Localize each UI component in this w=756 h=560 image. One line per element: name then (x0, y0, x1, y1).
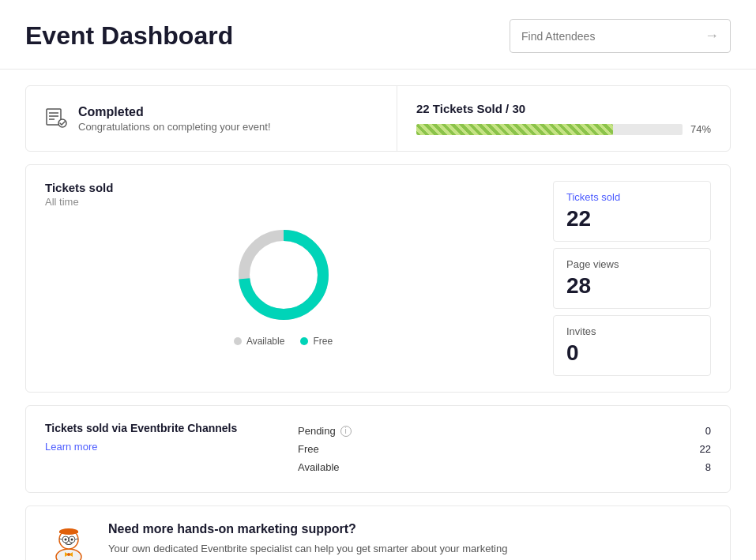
marketing-title: Need more hands-on marketing support? (108, 522, 711, 536)
channels-left: Tickets sold via Eventbrite Channels Lea… (45, 422, 266, 453)
stat-block-tickets-sold: Tickets sold 22 (553, 181, 711, 242)
status-right: 22 Tickets Sold / 30 74% (397, 86, 730, 151)
stat-label-page-views: Page views (566, 258, 698, 270)
status-title: Completed (78, 105, 271, 119)
tickets-section: Tickets sold All time Available F (25, 164, 731, 393)
marketing-specialist-icon (45, 522, 92, 560)
svg-rect-10 (59, 531, 78, 533)
progress-bar-wrapper: 74% (416, 123, 711, 135)
legend-dot-available (234, 337, 242, 345)
search-wrapper[interactable]: → (510, 19, 731, 53)
legend-dot-free (300, 337, 308, 345)
stats-area: Tickets sold 22 Page views 28 Invites 0 (553, 181, 711, 376)
stat-label-invites: Invites (566, 325, 698, 337)
channels-learn-more-link[interactable]: Learn more (45, 441, 97, 453)
svg-point-12 (71, 539, 73, 541)
status-left: Completed Congratulations on completing … (26, 86, 397, 151)
stat-label-tickets-sold: Tickets sold (566, 191, 698, 203)
channel-value-available: 8 (705, 461, 711, 473)
legend: Available Free (234, 336, 333, 347)
completed-icon (45, 106, 67, 131)
donut-container: Available Free (45, 224, 521, 347)
channels-section: Tickets sold via Eventbrite Channels Lea… (25, 405, 731, 493)
search-input[interactable] (521, 30, 705, 43)
chart-area: Tickets sold All time Available F (45, 181, 521, 376)
pending-info-icon[interactable]: i (340, 426, 352, 437)
stat-value-invites: 0 (566, 340, 698, 366)
stat-block-invites: Invites 0 (553, 315, 711, 376)
status-message: Congratulations on completing your event… (78, 121, 271, 133)
header: Event Dashboard → (0, 0, 756, 70)
chart-title: Tickets sold (45, 181, 521, 194)
legend-label-available: Available (246, 336, 284, 347)
marketing-section: Need more hands-on marketing support? Yo… (25, 506, 731, 560)
main-content: Completed Congratulations on completing … (0, 70, 756, 560)
stat-value-tickets-sold: 22 (566, 206, 698, 231)
legend-item-free: Free (300, 336, 333, 347)
tickets-sold-label: 22 Tickets Sold / 30 (416, 102, 711, 115)
channel-row-pending: Pending i 0 (298, 422, 711, 440)
chart-subtitle: All time (45, 196, 521, 208)
svg-point-11 (65, 539, 67, 541)
marketing-content: Need more hands-on marketing support? Yo… (108, 522, 711, 560)
channel-row-pending-label: Pending i (298, 425, 352, 437)
search-arrow-icon: → (705, 28, 719, 44)
channel-row-free: Free 22 (298, 440, 711, 458)
status-text: Completed Congratulations on completing … (78, 105, 271, 133)
channel-row-free-label: Free (298, 443, 319, 455)
channel-row-available: Available 8 (298, 458, 711, 476)
channel-value-free: 22 (700, 443, 711, 455)
channel-value-pending: 0 (705, 425, 711, 437)
channels-stats: Pending i 0 Free 22 Available 8 (298, 422, 711, 476)
legend-label-free: Free (313, 336, 333, 347)
page-title: Event Dashboard (25, 21, 233, 51)
channels-title: Tickets sold via Eventbrite Channels (45, 422, 266, 434)
status-card: Completed Congratulations on completing … (25, 85, 731, 152)
channel-label-available: Available (298, 461, 340, 473)
stat-value-page-views: 28 (566, 273, 698, 299)
legend-item-available: Available (234, 336, 284, 347)
donut-chart (232, 224, 335, 326)
channel-label-free: Free (298, 443, 319, 455)
progress-bar-fill (416, 124, 613, 135)
progress-label: 74% (690, 123, 711, 135)
channel-label-pending: Pending (298, 425, 336, 437)
channel-row-available-label: Available (298, 461, 340, 473)
stat-block-page-views: Page views 28 (553, 248, 711, 309)
marketing-description: Your own dedicated Eventbrite specialist… (108, 541, 711, 557)
svg-point-15 (67, 553, 70, 556)
progress-bar-background (416, 124, 683, 135)
